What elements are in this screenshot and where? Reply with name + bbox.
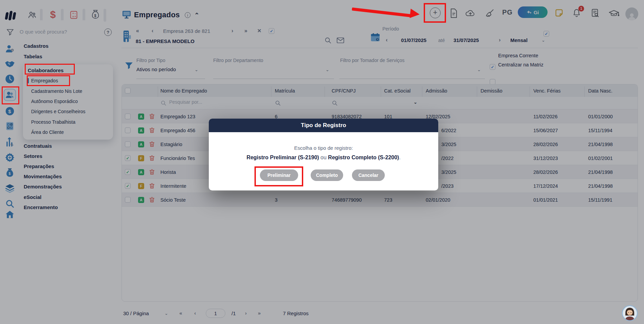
- modal-bold-preliminar: Registro Preliminar (S-2190): [246, 155, 319, 160]
- annotation-box-sidebar-icon: [2, 86, 19, 104]
- modal-title: Tipo de Registro: [209, 119, 438, 132]
- modal-options-text: Registro Preliminar (S-2190) ou Registro…: [209, 155, 438, 161]
- annotation-box-add-button: [424, 3, 446, 23]
- annotation-box-preliminar: [254, 166, 303, 186]
- cancelar-button[interactable]: Cancelar: [352, 169, 385, 181]
- annotation-arrow-head: [410, 9, 420, 19]
- modal-instruction: Escolha o tipo de registro:: [209, 145, 438, 151]
- modal-bold-completo: Registro Completo (S-2200): [328, 155, 399, 160]
- tipo-registro-modal: Tipo de Registro Escolha o tipo de regis…: [209, 119, 438, 190]
- support-chat-avatar[interactable]: [622, 305, 638, 321]
- completo-button[interactable]: Completo: [311, 169, 343, 181]
- annotation-box-colaboradores: [25, 64, 75, 75]
- app-window: $ +−×= $ Empregados i ⌃ + PG ✦✦ Gi: [0, 0, 644, 324]
- annotation-box-empregados: [27, 75, 70, 86]
